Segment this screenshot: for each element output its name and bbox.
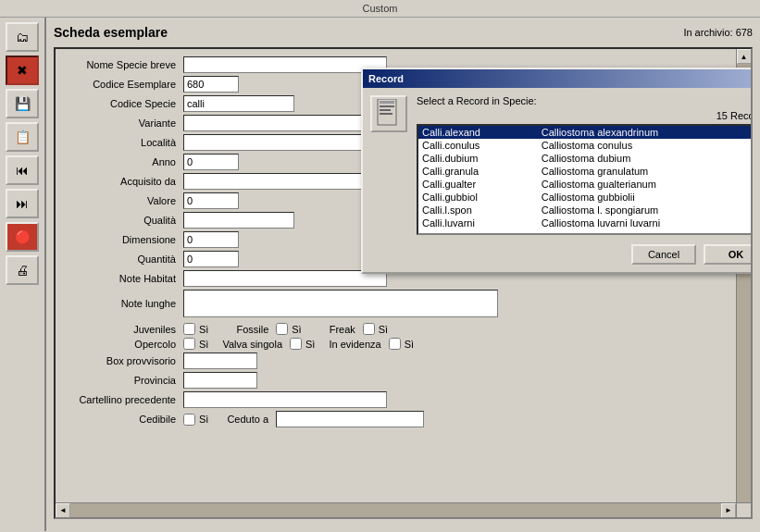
scrollbar-corner	[736, 502, 751, 517]
sidebar-btn-nav-next[interactable]: ⏭	[6, 189, 39, 218]
record-short: Calli.dubium	[418, 152, 538, 165]
input-note-habitat[interactable]	[183, 270, 387, 287]
record-dialog: Record ■	[361, 68, 753, 274]
table-row[interactable]: Calli.gubbiol Calliostoma gubbiolii	[418, 191, 753, 204]
label-cartellino: Cartellino precedente	[63, 394, 183, 405]
input-quantita[interactable]	[183, 251, 239, 267]
form-header: Scheda esemplare In archivio: 678	[54, 25, 753, 40]
input-valore[interactable]	[183, 192, 239, 209]
record-full: Calliostoma gubbiolii	[538, 191, 753, 204]
title-bar: Custom	[0, 0, 760, 18]
input-codice-specie[interactable]	[183, 95, 294, 112]
input-acquisito-da[interactable]	[183, 173, 387, 190]
input-anno[interactable]	[183, 154, 239, 170]
input-variante[interactable]	[183, 115, 387, 131]
sidebar-btn-delete[interactable]: 🔴	[6, 222, 39, 252]
records-list[interactable]: Calli.alexand Calliostoma alexandrinum C…	[417, 124, 753, 235]
checkbox-freak: Sì	[363, 323, 388, 335]
input-cartellino[interactable]	[183, 391, 387, 408]
label-evidenza-si: Sì	[405, 339, 414, 350]
table-row[interactable]: Calli.dubium Calliostoma dubium	[418, 152, 753, 165]
table-row[interactable]: Calli.luvarni Calliostoma luvarni luvarn…	[418, 217, 753, 229]
label-opercolo-si: Sì	[199, 339, 208, 350]
sidebar-btn-nav-prev[interactable]: ⏮	[6, 155, 39, 185]
input-localita[interactable]	[183, 134, 387, 151]
checkbox-section: Juveniles Sì Fossile Sì Freak Sì	[63, 323, 743, 350]
record-full: Calliostoma luvarni luvarni	[538, 217, 753, 229]
svg-rect-2	[380, 105, 394, 107]
label-nome-specie: Nome Specie breve	[63, 59, 183, 70]
svg-rect-1	[380, 101, 394, 104]
record-short: Calli.gubbiol	[418, 191, 538, 204]
dialog-right-panel: Select a Record in Specie: 15 Records Ca…	[417, 95, 753, 235]
cancel-button[interactable]: Cancel	[631, 244, 696, 265]
dialog-prompt: Select a Record in Specie:	[417, 95, 753, 106]
checkbox-evidenza: Sì	[389, 338, 414, 350]
label-fossile: Fossile	[236, 324, 268, 335]
input-note-lunghe[interactable]	[183, 290, 498, 317]
label-localita: Località	[63, 137, 183, 148]
record-short: Calli.granula	[418, 165, 538, 178]
label-note-habitat: Note Habitat	[63, 273, 183, 284]
label-freak-si: Sì	[379, 324, 388, 335]
row-cedibile: Cedibile Sì Ceduto a	[63, 411, 743, 427]
scroll-up-arrow[interactable]: ▲	[737, 49, 752, 64]
input-ceduto-a[interactable]	[276, 411, 424, 427]
table-row[interactable]: Calli.conulus Calliostoma conulus	[418, 139, 753, 152]
sidebar-btn-add[interactable]: 📋	[6, 122, 39, 152]
table-row[interactable]: Calli.gualter Calliostoma gualterianum	[418, 178, 753, 191]
input-codice-esemplare[interactable]	[183, 76, 239, 93]
input-provincia[interactable]	[183, 372, 257, 389]
label-ceduto-a: Ceduto a	[227, 414, 268, 425]
record-full: Calliostoma granulatum	[538, 165, 753, 178]
dialog-title: Record	[368, 73, 404, 84]
record-full: Calliostoma dubium	[538, 152, 753, 165]
check-evidenza[interactable]	[389, 338, 401, 350]
label-qualita: Qualità	[63, 215, 183, 226]
label-variante: Variante	[63, 118, 183, 129]
record-full: Calliostoma l. spongiarum	[538, 204, 753, 217]
label-box-provvisorio: Box provvisorio	[63, 355, 183, 366]
scroll-left-arrow[interactable]: ◄	[56, 503, 70, 518]
check-opercolo[interactable]	[183, 338, 195, 350]
input-nome-specie[interactable]	[183, 56, 387, 73]
checkbox-valva: Sì	[290, 338, 315, 350]
checkbox-row-1: Juveniles Sì Fossile Sì Freak Sì	[63, 323, 743, 335]
sidebar-btn-print[interactable]: 🖨	[6, 255, 39, 285]
checkbox-cedibile: Sì	[183, 414, 208, 426]
label-codice-specie: Codice Specie	[63, 98, 183, 109]
sidebar-btn-save[interactable]: 💾	[6, 89, 39, 118]
ok-button[interactable]: OK	[704, 244, 753, 265]
svg-rect-3	[380, 109, 391, 111]
row-note-lunghe: Note lunghe	[63, 290, 743, 317]
check-juveniles[interactable]	[183, 323, 195, 335]
table-row[interactable]: Calli.alexand Calliostoma alexandrinum	[418, 126, 753, 139]
checkbox-opercolo: Sì	[183, 338, 208, 350]
record-full: Calliostoma conulus	[538, 139, 753, 152]
check-freak[interactable]	[363, 323, 375, 335]
record-full: Calliostoma gualterianum	[538, 178, 753, 191]
input-qualita[interactable]	[183, 212, 294, 229]
label-codice-esemplare: Codice Esemplare	[63, 79, 183, 90]
label-evidenza: In evidenza	[329, 339, 380, 350]
form-panel: Nome Specie breve Codice Esemplare Codic…	[54, 47, 753, 519]
table-row[interactable]: Calli.granula Calliostoma granulatum	[418, 165, 753, 178]
sidebar-btn-close[interactable]: ✖	[6, 56, 39, 85]
checkbox-row-2: Opercolo Sì Valva singola Sì In evidenza…	[63, 338, 743, 350]
row-provincia: Provincia	[63, 372, 743, 389]
scroll-track-horizontal[interactable]	[70, 503, 721, 518]
horizontal-scrollbar[interactable]: ◄ ►	[56, 502, 736, 517]
check-fossile[interactable]	[276, 323, 288, 335]
form-title: Scheda esemplare	[54, 25, 168, 40]
label-valva-si: Sì	[305, 339, 315, 350]
main-window: 🗂 ✖ 💾 📋 ⏮ ⏭ 🔴 🖨 Scheda esemplare In arch…	[0, 18, 760, 531]
check-cedibile[interactable]	[183, 414, 195, 426]
check-valva[interactable]	[290, 338, 302, 350]
checkbox-fossile: Sì	[276, 323, 301, 335]
record-short: Calli.luvarni	[418, 217, 538, 229]
table-row[interactable]: Calli.l.spon Calliostoma l. spongiarum	[418, 204, 753, 217]
sidebar-btn-record[interactable]: 🗂	[6, 22, 39, 52]
input-box-provvisorio[interactable]	[183, 353, 257, 369]
input-dimensione[interactable]	[183, 231, 239, 248]
scroll-right-arrow[interactable]: ►	[721, 503, 736, 518]
